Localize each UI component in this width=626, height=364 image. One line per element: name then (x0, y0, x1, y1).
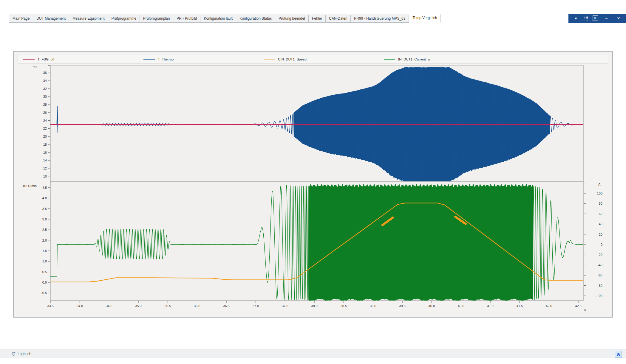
tick-label: 4.0 (42, 196, 47, 200)
tick-label: 0.5 (42, 270, 47, 274)
series-t-fbg-off-line (50, 124, 583, 125)
tab-konfiguration-status[interactable]: Konfiguration Status (236, 15, 275, 23)
tick-label: 42.5 (575, 304, 581, 308)
tab-fehler[interactable]: Fehler (309, 15, 326, 23)
tick-label: 1.0 (42, 259, 47, 263)
tick-label: 1.5 (42, 249, 47, 253)
tab-temp-vergleich[interactable]: Temp Vergleich (409, 14, 440, 23)
tick-label: 39.5 (399, 304, 405, 308)
tick-label: 4.5 (42, 186, 47, 189)
tick-label: 38.5 (341, 304, 347, 308)
drag-grid-icon[interactable] (584, 15, 588, 21)
tick-label: 37.5 (282, 304, 288, 308)
logbuch-icon (11, 352, 16, 356)
window-controls: ▼ ✕ – ✕ (568, 14, 626, 23)
tab-pr-fprogramplan[interactable]: Prüfprogramplan (140, 15, 173, 23)
tick-label: 34.5 (106, 304, 112, 308)
tick-label: 37.0 (253, 304, 259, 308)
close-button[interactable]: ✕ (615, 16, 622, 21)
tick-label: -80 (598, 284, 602, 287)
tick-label: 0.0 (42, 281, 47, 284)
tab-pr-pr-fbild[interactable]: PR - Prüfbild (173, 15, 200, 23)
tick-label: 34.0 (77, 304, 83, 308)
tick-label: 18 (43, 143, 47, 146)
tick-label: 40.5 (458, 304, 464, 308)
tick-label: 14 (43, 158, 47, 162)
minimize-button[interactable]: – (602, 16, 610, 21)
tick-label: 2.5 (42, 228, 47, 231)
tab-measure-equipment[interactable]: Measure Equipment (69, 15, 108, 23)
tick-label: 60 (599, 212, 602, 216)
tick-label: 40.0 (429, 304, 435, 308)
tick-label: 36.5 (223, 304, 229, 308)
tick-label: 35.5 (165, 304, 171, 308)
tick-label: 80 (599, 202, 602, 205)
tick-label: -60 (598, 273, 602, 277)
tick-label: 39.0 (370, 304, 376, 308)
tick-label: 2.0 (42, 239, 47, 242)
tick-label: 30 (43, 95, 47, 98)
tick-label: 34 (43, 79, 47, 83)
dropdown-icon[interactable]: ▼ (572, 16, 580, 21)
tick-label: 24 (43, 119, 47, 122)
tick-label: 20 (43, 135, 47, 138)
chart-plot-svg: 1012141618202224262830323436°C-0.50.00.5… (14, 52, 612, 317)
tick-label: 22 (43, 127, 47, 130)
tab-dut-management[interactable]: DUT Management (33, 15, 69, 23)
tick-label: 20 (599, 233, 602, 236)
status-bar: Logbuch (0, 349, 626, 358)
tick-label: 41.0 (487, 304, 493, 308)
chart-panel: T_FBG_offT_ThermoCIN_DUT1_SpeedIN_DUT1_C… (13, 51, 613, 318)
series-in-dut1-current-fill (308, 184, 533, 301)
collapse-statusbar-button[interactable] (615, 351, 622, 358)
tab-bar: Main PageDUT ManagementMeasure Equipment… (9, 14, 440, 23)
logbuch-button[interactable]: Logbuch (11, 352, 31, 356)
double-chevron-up-icon (616, 352, 621, 357)
tab-pr-fprogramme[interactable]: Prüfprogramme (108, 15, 140, 23)
tick-label: 0 (601, 243, 602, 246)
tick-label: °C (33, 65, 37, 69)
tick-label: 33.5 (47, 304, 53, 308)
tick-label: 40 (599, 222, 602, 226)
tick-label: 36 (43, 71, 47, 74)
tick-label: 10³ U/min (22, 184, 37, 188)
tick-label: 32 (43, 87, 47, 91)
tick-label: 36.0 (194, 304, 200, 308)
tick-label: 10 (43, 175, 47, 178)
tick-label: 42.0 (546, 304, 552, 308)
tick-label: s (584, 308, 586, 311)
tick-label: 16 (43, 151, 47, 154)
tick-label: -40 (598, 263, 602, 267)
tick-label: -100 (596, 294, 602, 298)
restore-button[interactable]: ✕ (593, 15, 598, 21)
tick-label: 38.0 (311, 304, 317, 308)
tick-label: 41.5 (517, 304, 523, 308)
tick-label: -0.5 (41, 291, 47, 295)
tick-label: A (598, 183, 601, 186)
logbuch-label: Logbuch (18, 352, 31, 356)
tab-main-page[interactable]: Main Page (9, 15, 33, 23)
tick-label: 3.0 (42, 217, 47, 221)
tick-label: 12 (43, 167, 47, 170)
tab-pr-fung-beendet[interactable]: Prüfung beendet (275, 15, 309, 23)
tab-pr99-handsteuerung-mps-03[interactable]: PR99 - Handsteuerung MPS_03 (351, 15, 409, 23)
tick-label: 3.5 (42, 207, 47, 211)
tick-label: -20 (598, 253, 602, 256)
tick-label: 28 (43, 103, 47, 106)
tick-label: 100 (597, 192, 602, 195)
tick-label: 35.0 (135, 304, 141, 308)
tick-label: 26 (43, 111, 47, 114)
tab-can-daten[interactable]: CAN-Daten (326, 15, 351, 23)
tab-konfiguration-l-uft[interactable]: Konfiguration läuft (200, 15, 236, 23)
